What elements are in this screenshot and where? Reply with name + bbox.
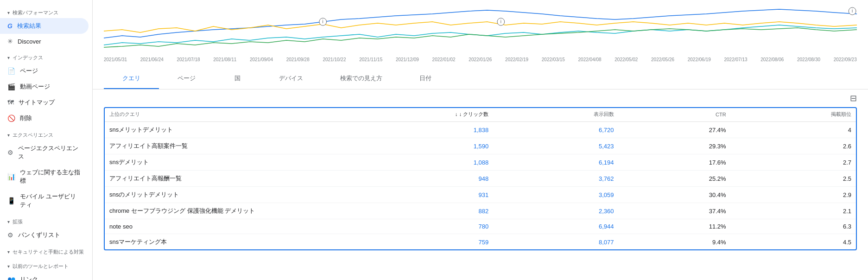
sidebar: 検索パフォーマンス G 検索結果 ✳ Discover インデックス 📄 ページ… xyxy=(0,0,93,280)
impressions-cell: 2,360 xyxy=(494,203,619,219)
tab-query[interactable]: クエリ xyxy=(104,69,159,89)
chart-xaxis: 2021/05/31 2021/06/24 2021/07/18 2021/08… xyxy=(104,55,857,66)
impressions-cell: 6,720 xyxy=(494,122,619,138)
links-icon: 👥 xyxy=(7,276,15,280)
table-header-query: 上位のクエリ xyxy=(104,107,317,122)
impressions-cell: 6,194 xyxy=(494,154,619,171)
sidebar-item-search-results[interactable]: G 検索結果 xyxy=(0,18,89,34)
position-cell: 2.7 xyxy=(732,154,857,171)
position-cell: 2.5 xyxy=(732,171,857,187)
tab-search-appearance[interactable]: 検索での見え方 xyxy=(322,69,401,89)
table-row[interactable]: chrome セーフブラウジング 保護強化機能 デメリット 882 2,360 … xyxy=(104,203,857,219)
sidebar-item-web-vitals[interactable]: 📊 ウェブに関する主な指標 xyxy=(0,165,89,189)
query-cell: snsデメリット xyxy=(104,154,317,171)
sidebar-section-search-performance: 検索パフォーマンス xyxy=(0,4,92,18)
web-vitals-icon: 📊 xyxy=(7,173,15,180)
tabs-bar: クエリ ページ 国 デバイス 検索での見え方 日付 xyxy=(93,69,868,89)
page-icon: 📄 xyxy=(7,67,15,75)
ctr-cell: 27.4% xyxy=(620,122,732,138)
impressions-cell: 3,762 xyxy=(494,171,619,187)
filter-icon[interactable]: ⊟ xyxy=(850,93,857,103)
impressions-cell: 5,423 xyxy=(494,138,619,154)
ctr-cell: 29.3% xyxy=(620,138,732,154)
sidebar-item-video-pages[interactable]: 🎬 動画ページ xyxy=(0,79,89,95)
table-header-ctr[interactable]: CTR xyxy=(620,107,732,122)
svg-text:i: i xyxy=(852,8,853,13)
breadcrumb-icon: ⚙ xyxy=(7,231,13,239)
clicks-cell: 882 xyxy=(317,203,494,219)
impressions-cell: 8,077 xyxy=(494,234,619,250)
clicks-cell: 1,088 xyxy=(317,154,494,171)
discover-icon: ✳ xyxy=(7,38,13,45)
remove-icon: 🚫 xyxy=(7,115,15,122)
sidebar-item-page-experience[interactable]: ⚙ ページエクスペリエンス xyxy=(0,140,89,165)
position-cell: 2.1 xyxy=(732,203,857,219)
clicks-cell: 931 xyxy=(317,187,494,203)
sidebar-section-security[interactable]: セキュリティと手動による対策 xyxy=(0,243,92,257)
sidebar-item-pages[interactable]: 📄 ページ xyxy=(0,63,89,79)
ctr-cell: 9.4% xyxy=(620,234,732,250)
ctr-cell: 30.4% xyxy=(620,187,732,203)
impressions-cell: 6,944 xyxy=(494,219,619,234)
sidebar-item-sitemap[interactable]: 🗺 サイトマップ xyxy=(0,95,89,110)
ctr-cell: 17.6% xyxy=(620,154,732,171)
table-row[interactable]: snsメリットデメリット 1,838 6,720 27.4% 4 xyxy=(104,122,857,138)
table-header-position[interactable]: 掲載順位 xyxy=(732,107,857,122)
sidebar-item-links[interactable]: 👥 リンク xyxy=(0,272,89,280)
table-row[interactable]: アフィリエイト高報酬一覧 948 3,762 25.2% 2.5 xyxy=(104,171,857,187)
sidebar-section-enhancements: 拡張 xyxy=(0,213,92,227)
chart-wrapper: i i i xyxy=(104,4,857,55)
clicks-cell: 759 xyxy=(317,234,494,250)
google-icon: G xyxy=(7,22,13,30)
ctr-cell: 25.2% xyxy=(620,171,732,187)
sidebar-section-tools[interactable]: 以前のツールとレポート xyxy=(0,257,92,272)
tab-country[interactable]: 国 xyxy=(214,69,260,89)
position-cell: 4 xyxy=(732,122,857,138)
sidebar-item-remove[interactable]: 🚫 削除 xyxy=(0,110,89,126)
table-row[interactable]: note seo 780 6,944 11.2% 6.3 xyxy=(104,219,857,234)
mobile-icon: 📱 xyxy=(7,197,15,204)
table-row[interactable]: snsのメリットデメリット 931 3,059 30.4% 2.9 xyxy=(104,187,857,203)
video-icon: 🎬 xyxy=(7,83,15,90)
sidebar-section-experience: エクスペリエンス xyxy=(0,126,92,140)
clicks-cell: 780 xyxy=(317,219,494,234)
page-experience-icon: ⚙ xyxy=(7,149,13,156)
sidebar-item-mobile-usability[interactable]: 📱 モバイル ユーザビリティ xyxy=(0,189,89,213)
tab-date[interactable]: 日付 xyxy=(401,69,450,89)
clicks-cell: 948 xyxy=(317,171,494,187)
query-cell: アフィリエイト高額案件一覧 xyxy=(104,138,317,154)
query-cell: snsのメリットデメリット xyxy=(104,187,317,203)
clicks-cell: 1,590 xyxy=(317,138,494,154)
query-cell: chrome セーフブラウジング 保護強化機能 デメリット xyxy=(104,203,317,219)
svg-text:i: i xyxy=(501,19,501,24)
query-cell: snsメリットデメリット xyxy=(104,122,317,138)
main-content: i i i 2021/05/31 2021/06/24 2021/07/18 2… xyxy=(93,0,868,280)
ctr-cell: 11.2% xyxy=(620,219,732,234)
position-cell: 4.5 xyxy=(732,234,857,250)
sidebar-item-breadcrumbs[interactable]: ⚙ パンくずリスト xyxy=(0,227,89,243)
query-cell: アフィリエイト高報酬一覧 xyxy=(104,171,317,187)
impressions-cell: 3,059 xyxy=(494,187,619,203)
position-cell: 6.3 xyxy=(732,219,857,234)
tab-page[interactable]: ページ xyxy=(159,69,214,89)
table-header-clicks[interactable]: ↓ ↓ クリック数 xyxy=(317,107,494,122)
position-cell: 2.6 xyxy=(732,138,857,154)
position-cell: 2.9 xyxy=(732,187,857,203)
table-row[interactable]: snsマーケティング本 759 8,077 9.4% 4.5 xyxy=(104,234,857,250)
tab-device[interactable]: デバイス xyxy=(260,69,322,89)
chart-area: i i i 2021/05/31 2021/06/24 2021/07/18 2… xyxy=(93,0,868,65)
table-header-impressions[interactable]: 表示回数 xyxy=(494,107,619,122)
clicks-cell: 1,838 xyxy=(317,122,494,138)
svg-text:i: i xyxy=(323,19,323,24)
filter-row: ⊟ xyxy=(93,89,868,107)
queries-table: 上位のクエリ ↓ ↓ クリック数 表示回数 CTR 掲載順位 xyxy=(104,107,857,250)
sidebar-item-discover[interactable]: ✳ Discover xyxy=(0,34,89,49)
table-row[interactable]: アフィリエイト高額案件一覧 1,590 5,423 29.3% 2.6 xyxy=(104,138,857,154)
sitemap-icon: 🗺 xyxy=(7,99,14,106)
query-cell: snsマーケティング本 xyxy=(104,234,317,250)
sidebar-section-index: インデックス xyxy=(0,49,92,63)
table-row[interactable]: snsデメリット 1,088 6,194 17.6% 2.7 xyxy=(104,154,857,171)
query-cell: note seo xyxy=(104,219,317,234)
ctr-cell: 37.4% xyxy=(620,203,732,219)
performance-chart: i i i xyxy=(104,6,857,52)
